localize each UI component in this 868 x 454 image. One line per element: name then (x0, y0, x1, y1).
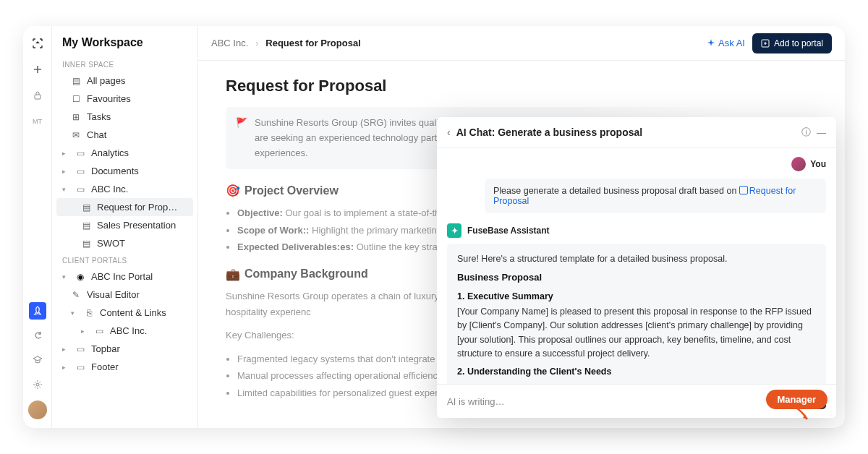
nav-label: Topbar (91, 343, 120, 354)
nav-label: SWOT (97, 238, 125, 249)
user-row: You (447, 157, 826, 171)
nav-label: Sales Presentation (97, 220, 176, 231)
nav-favourites[interactable]: ☐Favourites (52, 90, 197, 108)
nav-all-pages[interactable]: ▤All pages (52, 72, 197, 90)
add-to-portal-button[interactable]: Add to portal (752, 33, 832, 53)
ai-panel-header: ‹ AI Chat: Generate a business proposal … (437, 117, 836, 148)
briefcase-icon: 💼 (226, 267, 240, 281)
sidebar: My Workspace INNER SPACE ▤All pages ☐Fav… (52, 26, 198, 428)
nav-label: Chat (87, 129, 106, 140)
svg-rect-0 (35, 95, 41, 99)
nav-label: Content & Links (100, 307, 166, 318)
nav-label: Analytics (91, 147, 129, 158)
nav-label: Request for Prop… (97, 202, 177, 213)
user-avatar[interactable] (28, 401, 47, 419)
chevron-down-icon: ▾ (62, 186, 69, 193)
add-icon[interactable] (29, 61, 46, 78)
workspace-icon[interactable] (29, 35, 46, 52)
add-to-portal-label: Add to portal (774, 38, 823, 48)
graduation-icon[interactable] (29, 351, 46, 369)
nav-analytics[interactable]: ▸▭Analytics (52, 144, 197, 162)
nav-visual-editor[interactable]: ✎Visual Editor (52, 286, 197, 304)
section-heading: Project Overview (244, 184, 339, 197)
minimize-icon[interactable]: — (817, 127, 826, 138)
nav-label: Visual Editor (87, 289, 140, 300)
folder-icon: ▭ (75, 344, 85, 354)
flag-icon: 🚩 (236, 116, 247, 160)
nav-footer[interactable]: ▸▭Footer (52, 358, 197, 376)
chevron-down-icon: ▾ (71, 309, 78, 317)
rocket-icon[interactable] (29, 302, 46, 320)
pencil-icon: ✎ (71, 290, 81, 300)
nav-swot[interactable]: ▤SWOT (52, 234, 197, 252)
icon-rail: MT (23, 26, 52, 428)
nav-label: Tasks (87, 111, 111, 122)
assistant-row: ✦ FuseBase Assistant (447, 223, 826, 238)
gear-icon[interactable] (29, 376, 46, 393)
nav-abc-inc-2[interactable]: ▸▭ABC Inc. (52, 322, 197, 340)
nav-tasks[interactable]: ⊞Tasks (52, 108, 197, 126)
page-title: Request for Proposal (226, 77, 817, 95)
nav-content-links[interactable]: ▾⎘Content & Links (52, 304, 197, 322)
folder-icon: ▭ (75, 184, 85, 194)
portal-icon: ◉ (75, 272, 85, 282)
nav-abc-portal[interactable]: ▾◉ABC Inc Portal (52, 267, 197, 286)
workspace-title: My Workspace (52, 36, 197, 56)
nav-label: All pages (87, 75, 125, 86)
doc-ref-icon (739, 186, 748, 194)
link-icon: ⎘ (84, 308, 94, 318)
nav-request-for-proposal[interactable]: ▤Request for Prop… (56, 198, 193, 216)
breadcrumb-separator: › (255, 38, 258, 48)
info-icon[interactable]: ⓘ (801, 126, 811, 139)
svg-point-1 (36, 383, 39, 386)
section-inner-space: INNER SPACE (52, 56, 197, 72)
lock-icon[interactable] (29, 87, 46, 104)
chevron-right-icon: ▸ (62, 150, 69, 157)
chevron-right-icon: ▸ (81, 327, 88, 335)
folder-icon: ▭ (75, 166, 85, 176)
ai-writing-status: AI is writing… (447, 396, 785, 407)
proposal-step: 2. Understanding the Client's Needs (457, 365, 816, 379)
page-icon: ▤ (81, 239, 91, 249)
ask-ai-label: Ask AI (718, 38, 745, 48)
loop-icon[interactable] (29, 327, 46, 344)
assistant-message: Sure! Here's a structured template for a… (447, 244, 826, 384)
breadcrumb-parent[interactable]: ABC Inc. (211, 38, 248, 48)
page-icon: ▤ (81, 202, 91, 213)
nav-chat[interactable]: ✉Chat (52, 126, 197, 144)
topbar: ABC Inc. › Request for Proposal Ask AI A… (198, 26, 845, 61)
chevron-down-icon: ▾ (62, 273, 69, 280)
proposal-heading: Business Proposal (457, 270, 816, 285)
user-label: You (810, 159, 826, 169)
proposal-step: 1. Executive Summary (457, 290, 816, 304)
ai-chat-panel: ‹ AI Chat: Generate a business proposal … (437, 117, 836, 418)
folder-icon: ▭ (94, 326, 104, 336)
user-avatar-small (791, 157, 806, 171)
nav-topbar[interactable]: ▸▭Topbar (52, 340, 197, 358)
user-message: Please generate a detailed business prop… (485, 179, 826, 213)
page-icon: ▤ (71, 76, 81, 86)
mt-badge[interactable]: MT (29, 113, 46, 130)
nav-sales-presentation[interactable]: ▤Sales Presentation (52, 216, 197, 234)
bookmark-icon: ☐ (71, 94, 81, 104)
ai-panel-title: AI Chat: Generate a business proposal (456, 127, 796, 138)
chevron-right-icon: ▸ (62, 346, 69, 353)
portal-add-icon (761, 39, 770, 48)
breadcrumb-current: Request for Proposal (265, 38, 360, 48)
nav-documents[interactable]: ▸▭Documents (52, 162, 197, 180)
chevron-right-icon: ▸ (62, 168, 69, 175)
back-button[interactable]: ‹ (447, 127, 451, 138)
folder-icon: ▭ (75, 148, 85, 158)
assistant-avatar: ✦ (447, 223, 461, 238)
nav-label: ABC Inc. (110, 325, 147, 336)
page-icon: ▤ (81, 220, 91, 231)
chat-icon: ✉ (71, 130, 81, 140)
target-icon: 🎯 (226, 184, 240, 197)
section-client-portals: CLIENT PORTALS (52, 252, 197, 267)
tasks-icon: ⊞ (71, 112, 81, 122)
nav-label: ABC Inc. (91, 184, 128, 194)
nav-abc-inc[interactable]: ▾▭ABC Inc. (52, 180, 197, 198)
ask-ai-button[interactable]: Ask AI (707, 38, 745, 48)
nav-label: Favourites (87, 93, 131, 104)
nav-label: ABC Inc Portal (91, 271, 153, 282)
